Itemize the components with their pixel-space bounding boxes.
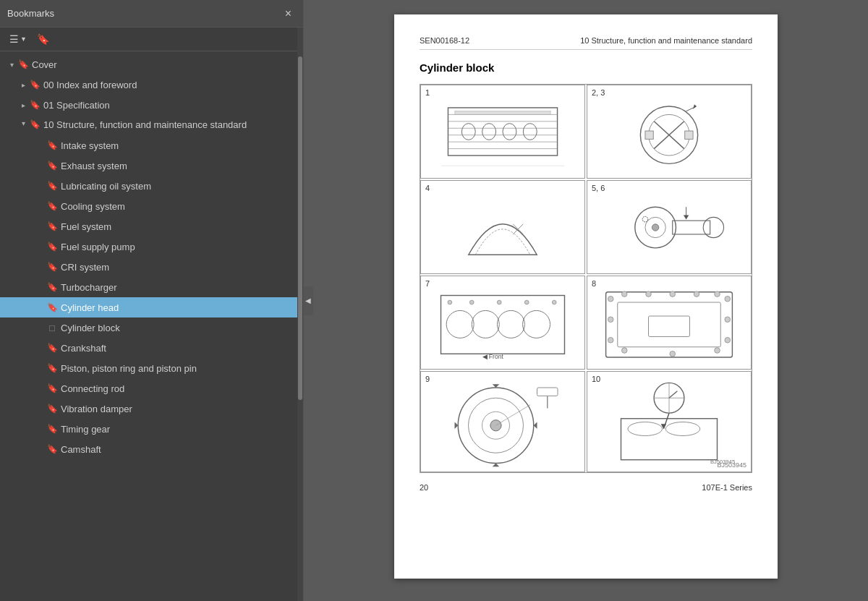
collapse-icon: ▾ <box>17 119 29 127</box>
list-view-button[interactable]: ☰ ▼ <box>6 31 30 47</box>
bookmark-marker-icon: 🔖 <box>29 100 41 110</box>
sidebar-item-label: Piston, piston ring and piston pin <box>61 363 297 374</box>
image-2-svg <box>608 92 731 171</box>
sidebar-item-label: Intake system <box>61 140 297 151</box>
expand-icon: ▸ <box>17 81 29 89</box>
sidebar-item-camshaft[interactable]: 🔖 Camshaft <box>0 439 303 459</box>
svg-point-40 <box>469 300 474 304</box>
bookmark-marker-icon: 🔖 <box>46 242 58 252</box>
sidebar-item-fuel[interactable]: 🔖 Fuel system <box>0 216 303 236</box>
bookmark-view-button[interactable]: 🔖 <box>33 31 53 47</box>
cell-number: 10 <box>592 375 600 383</box>
svg-point-43 <box>552 300 556 304</box>
sidebar-item-cylinder-block[interactable]: ◻ Cylinder block <box>0 317 303 338</box>
sidebar-item-cylinder-head[interactable]: 🔖 Cylinder head <box>0 297 303 317</box>
scrollbar-track[interactable] <box>297 27 303 601</box>
bookmark-marker-icon: 🔖 <box>46 383 58 393</box>
sidebar-item-intake[interactable]: 🔖 Intake system <box>0 135 303 155</box>
svg-point-10 <box>503 124 516 140</box>
document-footer: 20 107E-1 Series <box>420 483 752 492</box>
image-cell-3: 4 <box>420 180 585 274</box>
document-page: SEN00168-12 10 Structure, function and m… <box>394 14 778 579</box>
sidebar-item-cri[interactable]: 🔖 CRI system <box>0 257 303 277</box>
doc-section-title: 10 Structure, function and maintenance s… <box>580 36 752 45</box>
dropdown-icon: ▼ <box>20 35 27 43</box>
svg-point-30 <box>642 216 648 222</box>
sidebar-item-crankshaft[interactable]: 🔖 Crankshaft <box>0 338 303 358</box>
image-8-svg: BJ503945 <box>600 377 738 467</box>
sidebar-item-timing-gear[interactable]: 🔖 Timing gear <box>0 419 303 439</box>
sidebar-item-label: Connecting rod <box>61 383 297 394</box>
svg-rect-45 <box>618 302 721 347</box>
doc-section-heading: Cylinder block <box>420 61 752 74</box>
svg-point-59 <box>608 337 613 343</box>
image-6-svg <box>600 281 738 365</box>
sidebar-title: Bookmarks <box>7 8 54 19</box>
sidebar-item-01-spec[interactable]: ▸ 🔖 01 Specification <box>0 95 303 115</box>
sidebar-item-cover[interactable]: ▾ 🔖 Cover <box>0 54 303 74</box>
image-4-svg <box>608 186 731 269</box>
bookmark-marker-icon: ◻ <box>46 323 58 333</box>
svg-point-25 <box>652 223 658 230</box>
sidebar-item-connecting-rod[interactable]: 🔖 Connecting rod <box>0 378 303 398</box>
close-button[interactable]: × <box>281 6 296 22</box>
document-header: SEN00168-12 10 Structure, function and m… <box>420 36 752 50</box>
cell-number: 8 <box>592 279 596 288</box>
sidebar-item-turbocharger[interactable]: 🔖 Turbocharger <box>0 277 303 297</box>
svg-point-48 <box>621 291 627 297</box>
document-image-grid: 1 <box>420 84 752 473</box>
sidebar-item-label: 00 Index and foreword <box>43 80 297 90</box>
svg-point-41 <box>497 300 501 304</box>
image-cell-5: 7 ◀ Front <box>420 276 585 370</box>
sidebar-header: Bookmarks × <box>0 0 303 27</box>
svg-point-58 <box>621 347 627 353</box>
bookmark-marker-icon: 🔖 <box>46 221 58 231</box>
sidebar-item-cooling[interactable]: 🔖 Cooling system <box>0 196 303 216</box>
list-view-icon: ☰ <box>9 33 19 45</box>
svg-point-8 <box>461 124 475 140</box>
sidebar-item-fuel-supply[interactable]: 🔖 Fuel supply pump <box>0 236 303 257</box>
cell-number: 5, 6 <box>592 184 605 192</box>
sidebar-collapse-button[interactable]: ◀ <box>303 286 313 315</box>
svg-point-32 <box>446 310 474 338</box>
sidebar-item-label: Exhaust system <box>61 161 297 171</box>
image-cell-7: 9 <box>420 371 585 472</box>
page-number: 20 <box>420 483 428 492</box>
sidebar-item-label: Crankshaft <box>61 343 297 354</box>
svg-rect-18 <box>685 131 693 139</box>
expand-icon: ▸ <box>17 101 29 109</box>
sidebar-item-label: Cover <box>32 59 297 70</box>
sidebar-item-label: CRI system <box>61 262 297 273</box>
svg-point-42 <box>524 300 529 304</box>
series-name: 107E-1 Series <box>702 483 752 492</box>
cell-number: 9 <box>425 375 430 383</box>
sidebar-item-piston[interactable]: 🔖 Piston, piston ring and piston pin <box>0 358 303 378</box>
sidebar-item-10-structure[interactable]: ▾ 🔖 10 Structure, function and maintenan… <box>0 115 303 135</box>
image-cell-2: 2, 3 <box>587 85 752 179</box>
bookmark-marker-icon: 🔖 <box>46 140 58 150</box>
sidebar-item-lubricating[interactable]: 🔖 Lubricating oil system <box>0 176 303 196</box>
svg-rect-31 <box>441 295 565 354</box>
sidebar-item-label: Lubricating oil system <box>61 181 297 192</box>
scrollbar-thumb[interactable] <box>298 56 302 401</box>
svg-point-33 <box>472 310 499 338</box>
image-cell-4: 5, 6 <box>587 180 752 274</box>
sidebar-item-label: Cooling system <box>61 201 297 212</box>
collapse-icon: ▾ <box>6 61 17 69</box>
svg-point-39 <box>448 300 452 304</box>
sidebar-item-label: Timing gear <box>61 424 297 435</box>
svg-point-56 <box>715 347 720 353</box>
image-cell-1: 1 <box>420 85 585 179</box>
image-3-svg <box>441 186 564 269</box>
sidebar-item-exhaust[interactable]: 🔖 Exhaust system <box>0 155 303 176</box>
sidebar-item-vibration-damper[interactable]: 🔖 Vibration damper <box>0 398 303 419</box>
bookmark-marker-icon: 🔖 <box>46 262 58 272</box>
bookmark-marker-icon: 🔖 <box>29 119 41 129</box>
image-1-svg <box>441 92 564 171</box>
bookmark-marker-icon: 🔖 <box>46 161 58 171</box>
sidebar-item-label: 10 Structure, function and maintenance s… <box>43 119 297 132</box>
bookmark-marker-icon: 🔖 <box>46 424 58 434</box>
sidebar-item-label: Cylinder block <box>61 323 297 333</box>
sidebar-item-00-index[interactable]: ▸ 🔖 00 Index and foreword <box>0 74 303 95</box>
cell-number: 1 <box>425 88 430 97</box>
